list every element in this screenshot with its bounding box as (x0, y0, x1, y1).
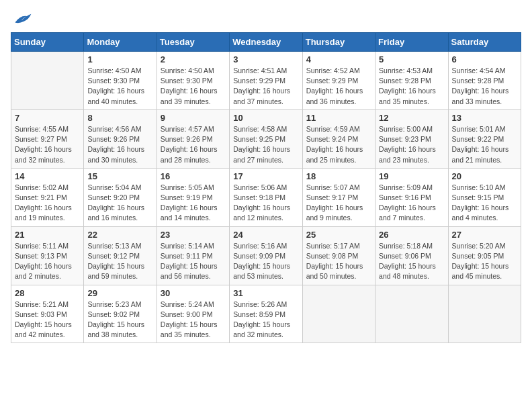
calendar-cell: 3Sunrise: 4:51 AM Sunset: 9:29 PM Daylig… (230, 52, 302, 110)
calendar-cell: 16Sunrise: 5:05 AM Sunset: 9:19 PM Dayli… (157, 168, 229, 226)
day-info: Sunrise: 5:00 AM Sunset: 9:23 PM Dayligh… (379, 124, 444, 165)
calendar-cell: 12Sunrise: 5:00 AM Sunset: 9:23 PM Dayli… (375, 109, 448, 168)
day-number: 27 (452, 230, 517, 240)
calendar-cell: 22Sunrise: 5:13 AM Sunset: 9:12 PM Dayli… (84, 226, 157, 285)
calendar-cell: 17Sunrise: 5:06 AM Sunset: 9:18 PM Dayli… (230, 168, 302, 226)
day-info: Sunrise: 4:54 AM Sunset: 9:28 PM Dayligh… (452, 66, 517, 107)
day-number: 15 (87, 171, 152, 181)
calendar-cell: 5Sunrise: 4:53 AM Sunset: 9:28 PM Daylig… (375, 52, 448, 110)
calendar-cell: 26Sunrise: 5:18 AM Sunset: 9:06 PM Dayli… (375, 226, 448, 285)
day-number: 3 (233, 54, 298, 64)
day-info: Sunrise: 5:16 AM Sunset: 9:09 PM Dayligh… (233, 241, 298, 282)
calendar-cell: 14Sunrise: 5:02 AM Sunset: 9:21 PM Dayli… (11, 168, 84, 226)
day-info: Sunrise: 4:51 AM Sunset: 9:29 PM Dayligh… (233, 66, 298, 107)
calendar-cell (448, 285, 521, 343)
day-info: Sunrise: 4:59 AM Sunset: 9:24 PM Dayligh… (306, 124, 371, 165)
calendar-week-row: 14Sunrise: 5:02 AM Sunset: 9:21 PM Dayli… (11, 168, 521, 226)
calendar-cell: 9Sunrise: 4:57 AM Sunset: 9:26 PM Daylig… (157, 109, 229, 168)
page-header (11, 11, 521, 27)
day-info: Sunrise: 4:57 AM Sunset: 9:26 PM Dayligh… (161, 124, 226, 165)
day-number: 1 (87, 54, 152, 64)
calendar-header-tuesday: Tuesday (157, 33, 229, 52)
calendar-cell: 30Sunrise: 5:24 AM Sunset: 9:00 PM Dayli… (157, 285, 229, 343)
calendar-cell: 19Sunrise: 5:09 AM Sunset: 9:16 PM Dayli… (375, 168, 448, 226)
day-number: 8 (87, 113, 152, 123)
day-info: Sunrise: 4:53 AM Sunset: 9:28 PM Dayligh… (379, 66, 444, 107)
day-info: Sunrise: 5:06 AM Sunset: 9:18 PM Dayligh… (233, 183, 298, 224)
calendar-cell: 29Sunrise: 5:23 AM Sunset: 9:02 PM Dayli… (84, 285, 157, 343)
calendar-week-row: 7Sunrise: 4:55 AM Sunset: 9:27 PM Daylig… (11, 109, 521, 168)
day-info: Sunrise: 5:13 AM Sunset: 9:12 PM Dayligh… (87, 241, 152, 282)
day-info: Sunrise: 4:50 AM Sunset: 9:30 PM Dayligh… (161, 66, 226, 107)
day-number: 18 (306, 171, 371, 181)
day-number: 5 (379, 54, 444, 64)
day-number: 20 (452, 171, 517, 181)
logo (11, 11, 35, 27)
calendar-cell: 2Sunrise: 4:50 AM Sunset: 9:30 PM Daylig… (157, 52, 229, 110)
day-number: 6 (452, 54, 517, 64)
day-number: 23 (161, 230, 226, 240)
calendar-header-thursday: Thursday (302, 33, 375, 52)
calendar-cell: 21Sunrise: 5:11 AM Sunset: 9:13 PM Dayli… (11, 226, 84, 285)
calendar-cell: 13Sunrise: 5:01 AM Sunset: 9:22 PM Dayli… (448, 109, 521, 168)
calendar-header-friday: Friday (375, 33, 448, 52)
calendar-cell: 8Sunrise: 4:56 AM Sunset: 9:26 PM Daylig… (84, 109, 157, 168)
day-info: Sunrise: 5:20 AM Sunset: 9:05 PM Dayligh… (452, 241, 517, 282)
day-info: Sunrise: 4:56 AM Sunset: 9:26 PM Dayligh… (87, 124, 152, 165)
day-number: 17 (233, 171, 298, 181)
day-number: 2 (161, 54, 226, 64)
day-number: 10 (233, 113, 298, 123)
day-number: 12 (379, 113, 444, 123)
calendar-week-row: 1Sunrise: 4:50 AM Sunset: 9:30 PM Daylig… (11, 52, 521, 110)
day-info: Sunrise: 5:11 AM Sunset: 9:13 PM Dayligh… (15, 241, 80, 282)
calendar-cell: 18Sunrise: 5:07 AM Sunset: 9:17 PM Dayli… (302, 168, 375, 226)
calendar-cell: 7Sunrise: 4:55 AM Sunset: 9:27 PM Daylig… (11, 109, 84, 168)
day-number: 13 (452, 113, 517, 123)
day-number: 4 (306, 54, 371, 64)
calendar-cell: 6Sunrise: 4:54 AM Sunset: 9:28 PM Daylig… (448, 52, 521, 110)
calendar-cell: 31Sunrise: 5:26 AM Sunset: 8:59 PM Dayli… (230, 285, 302, 343)
calendar-week-row: 21Sunrise: 5:11 AM Sunset: 9:13 PM Dayli… (11, 226, 521, 285)
calendar-week-row: 28Sunrise: 5:21 AM Sunset: 9:03 PM Dayli… (11, 285, 521, 343)
calendar-cell: 28Sunrise: 5:21 AM Sunset: 9:03 PM Dayli… (11, 285, 84, 343)
day-info: Sunrise: 5:18 AM Sunset: 9:06 PM Dayligh… (379, 241, 444, 282)
calendar-header-sunday: Sunday (11, 33, 84, 52)
calendar-cell: 23Sunrise: 5:14 AM Sunset: 9:11 PM Dayli… (157, 226, 229, 285)
day-number: 31 (233, 288, 298, 298)
day-info: Sunrise: 5:05 AM Sunset: 9:19 PM Dayligh… (161, 183, 226, 224)
calendar-cell: 4Sunrise: 4:52 AM Sunset: 9:29 PM Daylig… (302, 52, 375, 110)
day-number: 9 (161, 113, 226, 123)
day-info: Sunrise: 5:24 AM Sunset: 9:00 PM Dayligh… (161, 300, 226, 340)
day-number: 21 (15, 230, 80, 240)
day-info: Sunrise: 5:17 AM Sunset: 9:08 PM Dayligh… (306, 241, 371, 282)
calendar-cell (375, 285, 448, 343)
calendar-cell: 11Sunrise: 4:59 AM Sunset: 9:24 PM Dayli… (302, 109, 375, 168)
day-info: Sunrise: 5:01 AM Sunset: 9:22 PM Dayligh… (452, 124, 517, 165)
day-info: Sunrise: 4:58 AM Sunset: 9:25 PM Dayligh… (233, 124, 298, 165)
logo-icon (11, 11, 32, 27)
calendar-header-wednesday: Wednesday (230, 33, 302, 52)
day-number: 24 (233, 230, 298, 240)
calendar-cell: 15Sunrise: 5:04 AM Sunset: 9:20 PM Dayli… (84, 168, 157, 226)
calendar-cell (11, 52, 84, 110)
day-number: 19 (379, 171, 444, 181)
calendar-cell: 25Sunrise: 5:17 AM Sunset: 9:08 PM Dayli… (302, 226, 375, 285)
calendar-cell: 10Sunrise: 4:58 AM Sunset: 9:25 PM Dayli… (230, 109, 302, 168)
calendar-cell: 24Sunrise: 5:16 AM Sunset: 9:09 PM Dayli… (230, 226, 302, 285)
day-number: 30 (161, 288, 226, 298)
day-number: 22 (87, 230, 152, 240)
day-info: Sunrise: 4:55 AM Sunset: 9:27 PM Dayligh… (15, 124, 80, 165)
day-number: 14 (15, 171, 80, 181)
calendar-cell: 20Sunrise: 5:10 AM Sunset: 9:15 PM Dayli… (448, 168, 521, 226)
day-info: Sunrise: 5:26 AM Sunset: 8:59 PM Dayligh… (233, 300, 298, 340)
day-number: 7 (15, 113, 80, 123)
calendar-cell: 27Sunrise: 5:20 AM Sunset: 9:05 PM Dayli… (448, 226, 521, 285)
calendar-header-monday: Monday (84, 33, 157, 52)
day-number: 29 (87, 288, 152, 298)
day-info: Sunrise: 4:52 AM Sunset: 9:29 PM Dayligh… (306, 66, 371, 107)
day-number: 26 (379, 230, 444, 240)
day-number: 25 (306, 230, 371, 240)
day-number: 11 (306, 113, 371, 123)
day-info: Sunrise: 5:02 AM Sunset: 9:21 PM Dayligh… (15, 183, 80, 224)
day-info: Sunrise: 5:23 AM Sunset: 9:02 PM Dayligh… (87, 300, 152, 340)
